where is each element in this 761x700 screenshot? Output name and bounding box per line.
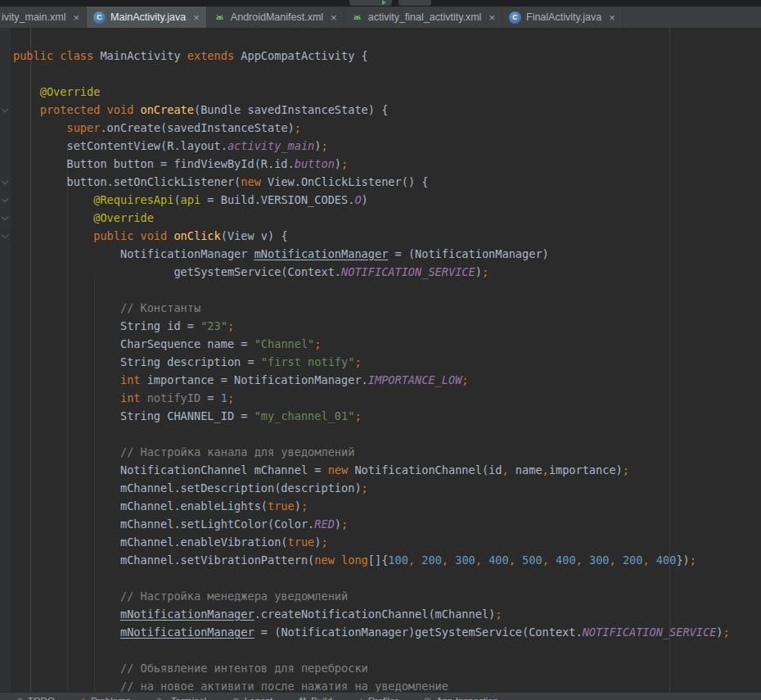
code-line: @Override — [13, 209, 730, 227]
statusbar-item-terminal[interactable]: >_Terminal — [156, 696, 206, 700]
code-line: mChannel.setVibrationPattern(new long[]{… — [13, 551, 730, 569]
tab-label: ivity_main.xml — [2, 11, 66, 23]
close-icon[interactable]: × — [74, 12, 80, 23]
profiler-icon: ◔ — [358, 696, 363, 700]
fold-marker[interactable] — [2, 196, 10, 205]
statusbar-item-label: Build — [311, 696, 332, 700]
code-line: String description = "first notify"; — [13, 353, 730, 371]
code-line: mNotificationManager.createNotificationC… — [13, 605, 730, 623]
statusbar-item-build[interactable]: ⚒Build — [299, 696, 332, 700]
window-titlebar — [0, 0, 761, 7]
code-line: @RequiresApi(api = Build.VERSION_CODES.O… — [13, 191, 730, 209]
logcat-icon: ≋ — [232, 696, 239, 700]
fold-marker[interactable] — [2, 178, 10, 187]
tab-label: activity_final_activtity.xml — [368, 11, 482, 23]
run-button-fragment[interactable] — [349, 0, 392, 6]
code-line: String id = "23"; — [13, 317, 730, 335]
editor-tab-androidmanifest-xml[interactable]: AndroidManifest.xml× — [207, 7, 344, 28]
code-line: CharSequence name = "Channel"; — [13, 335, 730, 353]
code-line — [13, 65, 730, 83]
code-line — [13, 281, 730, 299]
code-line: @Override — [13, 83, 730, 101]
code-line: mChannel.setDescription(description); — [13, 479, 730, 497]
code-line: // Константы — [13, 299, 730, 317]
code-line: int notifyID = 1; — [13, 389, 730, 407]
tab-label: AndroidManifest.xml — [231, 11, 323, 23]
code-line: mChannel.setLightColor(Color.RED); — [13, 515, 730, 533]
todo-icon: ≡ — [18, 696, 23, 700]
code-line — [13, 425, 730, 443]
close-icon[interactable]: × — [609, 12, 615, 23]
android-studio-window: { "window": { "app": "Android Studio edi… — [0, 0, 761, 700]
code-line: protected void onCreate(Bundle savedInst… — [13, 101, 730, 119]
code-line: mChannel.enableLights(true); — [13, 497, 730, 515]
code-line: button.setOnClickListener(new View.OnCli… — [13, 173, 730, 191]
editor-tab-mainactivity-java[interactable]: CMainActivity.java× — [87, 7, 207, 28]
code-line: getSystemService(Context.NOTIFICATION_SE… — [13, 263, 730, 281]
android-icon — [351, 11, 363, 24]
code-line: public void onClick(View v) { — [13, 227, 730, 245]
close-icon[interactable]: × — [489, 12, 495, 23]
code-line: NotificationManager mNotificationManager… — [13, 245, 730, 263]
code-area: public class MainActivity extends AppCom… — [0, 47, 730, 692]
statusbar-item-label: TODO — [28, 696, 55, 700]
code-line: // Настройка менеджера уведомлений — [13, 587, 730, 605]
build-icon: ⚒ — [299, 696, 306, 700]
code-line: super.onCreate(savedInstanceState); — [13, 119, 730, 137]
statusbar-item-todo[interactable]: ≡TODO — [18, 696, 55, 700]
fold-marker[interactable] — [2, 233, 10, 241]
close-icon[interactable]: × — [193, 12, 200, 23]
terminal-icon: >_ — [156, 696, 165, 700]
code-line — [13, 641, 730, 659]
toolbar-button-fragment[interactable] — [399, 0, 431, 6]
code-line: mNotificationManager = (NotificationMana… — [13, 623, 730, 641]
code-editor[interactable]: public class MainActivity extends AppCom… — [0, 28, 761, 692]
code-line: public class MainActivity extends AppCom… — [13, 47, 730, 65]
code-line: NotificationChannel mChannel = new Notif… — [13, 461, 730, 479]
code-line: String CHANNEL_ID = "my_channel_01"; — [13, 407, 730, 425]
app-inspection-icon: ◎ — [424, 696, 431, 700]
editor-tab-activity-final-activtity-xml[interactable]: activity_final_activtity.xml× — [344, 7, 502, 28]
statusbar-item-label: Problems — [91, 696, 131, 700]
code-line: setContentView(R.layout.activity_main); — [13, 137, 730, 155]
statusbar-item-profiler[interactable]: ◔Profiler — [358, 696, 398, 700]
code-line: Button button = findViewById(R.id.button… — [13, 155, 730, 173]
editor-tab-activity-main-xml[interactable]: ivity_main.xml× — [0, 7, 87, 28]
close-icon[interactable]: × — [331, 12, 337, 23]
tab-bar: ivity_main.xml×CMainActivity.java×Androi… — [0, 7, 761, 28]
code-line: mChannel.enableVibration(true); — [13, 533, 730, 551]
statusbar-item-label: Profiler — [368, 696, 398, 700]
fold-marker[interactable] — [2, 215, 10, 223]
code-line: // на новое активити после нажатия на ув… — [13, 677, 730, 692]
statusbar-item-logcat[interactable]: ≋Logcat — [232, 696, 272, 700]
code-line: // Настройка канала для уведомлений — [13, 443, 730, 461]
tab-label: FinalActivity.java — [526, 11, 601, 23]
status-bar: ≡TODO●Problems>_Terminal≋Logcat⚒Build◔Pr… — [0, 692, 761, 700]
statusbar-item-problems[interactable]: ●Problems — [81, 696, 131, 700]
statusbar-item-app-inspection[interactable]: ◎App Inspection — [424, 696, 498, 700]
java-class-icon: C — [93, 11, 106, 24]
statusbar-item-label: Logcat — [245, 696, 273, 700]
fold-marker[interactable] — [2, 106, 10, 115]
problems-icon: ● — [81, 696, 86, 700]
code-line: // Обьявление интентов для переброски — [13, 659, 730, 677]
statusbar-item-label: Terminal — [171, 696, 206, 700]
code-line: int importance = NotificationManager.IMP… — [13, 371, 730, 389]
editor-tab-finalactivity-java[interactable]: CFinalActivity.java× — [502, 7, 623, 28]
tab-label: MainActivity.java — [110, 11, 186, 23]
java-class-icon: C — [509, 11, 521, 24]
statusbar-item-label: App Inspection — [436, 696, 498, 700]
android-icon — [214, 11, 226, 24]
code-line — [13, 569, 730, 587]
